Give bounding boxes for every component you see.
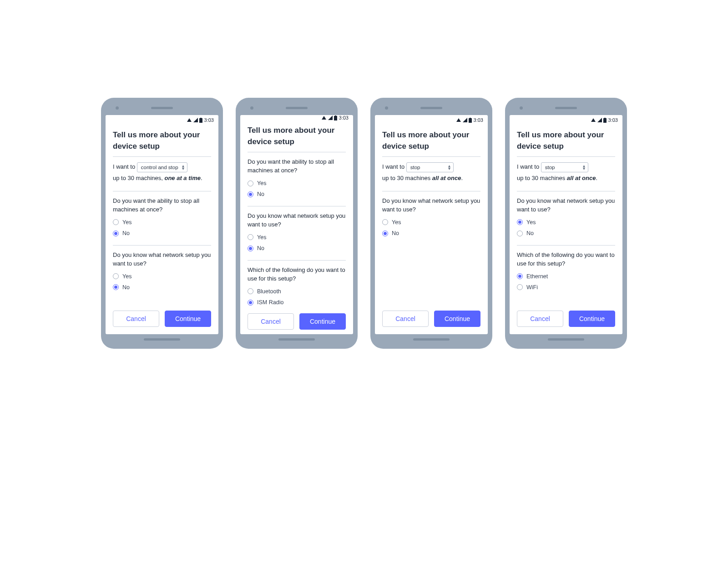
phone-bezel-top <box>240 102 353 115</box>
radio-icon <box>248 246 253 251</box>
radio-label: Bluetooth <box>257 287 281 296</box>
radio-option-wifi[interactable]: WiFi <box>517 283 615 291</box>
radio-option-ism[interactable]: ISM Radio <box>248 298 346 306</box>
screen: 3:03 Tell us more about your device setu… <box>240 115 353 334</box>
cancel-button[interactable]: Cancel <box>113 311 159 327</box>
continue-button[interactable]: Continue <box>434 311 480 327</box>
status-time: 3:03 <box>339 115 349 120</box>
radio-icon <box>248 300 253 306</box>
radio-label: Yes <box>122 272 131 281</box>
intent-sentence-line2: up to 30 machines, one at a time. <box>113 174 211 183</box>
action-select[interactable]: stop ▴▾ <box>406 162 454 172</box>
svg-rect-7 <box>604 118 606 119</box>
page-title: Tell us more about your device setup <box>248 125 346 147</box>
radio-option-yes[interactable]: Yes <box>113 218 211 226</box>
page-title: Tell us more about your device setup <box>113 130 211 152</box>
radio-option-no[interactable]: No <box>113 283 211 291</box>
radio-option-no[interactable]: No <box>248 190 346 198</box>
sentence-prefix: I want to <box>382 164 404 171</box>
action-row: Cancel Continue <box>382 305 480 334</box>
radio-icon <box>113 231 119 236</box>
wifi-icon <box>456 118 461 122</box>
svg-rect-0 <box>199 118 202 123</box>
phone-bezel-bottom <box>375 334 488 344</box>
signal-icon <box>463 118 467 122</box>
signal-icon <box>597 118 602 122</box>
phone-bezel-top <box>375 102 488 115</box>
radio-label: No <box>122 229 130 237</box>
phone-mock-2: 3:03 Tell us more about your device setu… <box>236 98 358 349</box>
status-icons <box>591 118 607 123</box>
cancel-button[interactable]: Cancel <box>517 311 563 327</box>
phone-mock-4: 3:03 Tell us more about your device setu… <box>505 98 627 349</box>
divider <box>382 191 480 191</box>
action-select[interactable]: stop ▴▾ <box>541 162 588 172</box>
radio-label: ISM Radio <box>257 298 283 306</box>
intent-sentence-line1: I want to control and stop ▴▾ <box>113 162 211 172</box>
radio-option-bluetooth[interactable]: Bluetooth <box>248 287 346 296</box>
speaker-slot <box>151 107 173 109</box>
divider <box>113 245 211 246</box>
status-bar: 3:03 <box>510 115 622 125</box>
radio-option-yes[interactable]: Yes <box>517 218 615 226</box>
status-time: 3:03 <box>204 117 214 123</box>
radio-label: No <box>257 244 264 252</box>
question-text: Do you know what network setup you want … <box>517 197 615 214</box>
radio-label: Yes <box>526 218 536 226</box>
select-value: stop <box>545 164 555 171</box>
screen: 3:03 Tell us more about your device setu… <box>106 115 218 334</box>
radio-icon <box>248 234 253 240</box>
phone-bezel-top <box>106 102 218 115</box>
radio-icon <box>517 231 523 236</box>
radio-option-no[interactable]: No <box>248 244 346 252</box>
svg-rect-6 <box>603 118 607 123</box>
status-bar: 3:03 <box>240 115 353 120</box>
cancel-button[interactable]: Cancel <box>248 313 294 330</box>
status-bar: 3:03 <box>375 115 488 125</box>
camera-dot <box>116 106 119 110</box>
svg-rect-1 <box>200 118 202 119</box>
intent-sentence-line2: up to 30 machines all at once. <box>517 174 615 183</box>
continue-button[interactable]: Continue <box>299 313 346 330</box>
radio-label: No <box>392 229 399 237</box>
screen: 3:03 Tell us more about your device setu… <box>510 115 622 334</box>
status-icons <box>456 118 472 123</box>
camera-dot <box>520 106 523 110</box>
intent-sentence-line1: I want to stop ▴▾ <box>517 162 615 172</box>
radio-option-yes[interactable]: Yes <box>248 179 346 187</box>
camera-dot <box>385 106 388 110</box>
radio-option-no[interactable]: No <box>517 229 615 237</box>
cancel-button[interactable]: Cancel <box>382 311 429 327</box>
phone-mock-3: 3:03 Tell us more about your device setu… <box>370 98 492 349</box>
intent-sentence-line1: I want to stop ▴▾ <box>382 162 480 172</box>
continue-button[interactable]: Continue <box>165 311 211 327</box>
signal-icon <box>193 118 198 122</box>
home-bar <box>144 338 180 341</box>
question-text: Do you know what network setup you want … <box>248 212 346 229</box>
continue-button[interactable]: Continue <box>569 311 615 327</box>
battery-icon <box>334 115 337 120</box>
radio-option-yes[interactable]: Yes <box>248 233 346 241</box>
radio-icon <box>248 181 253 186</box>
content-area: Tell us more about your device setup Do … <box>240 120 353 334</box>
phone-bezel-bottom <box>240 334 353 344</box>
radio-option-yes[interactable]: Yes <box>113 272 211 281</box>
radio-icon <box>113 273 119 279</box>
action-select[interactable]: control and stop ▴▾ <box>137 162 187 172</box>
radio-option-ethernet[interactable]: Ethernet <box>517 272 615 281</box>
wifi-icon <box>187 118 192 122</box>
speaker-slot <box>555 107 577 109</box>
signal-icon <box>328 115 333 120</box>
radio-icon <box>113 219 119 225</box>
radio-option-yes[interactable]: Yes <box>382 218 480 226</box>
radio-option-no[interactable]: No <box>113 229 211 237</box>
sentence-prefix: I want to <box>517 164 539 171</box>
radio-label: No <box>122 283 130 291</box>
radio-label: Yes <box>392 218 401 226</box>
radio-label: Yes <box>257 179 266 187</box>
radio-option-no[interactable]: No <box>382 229 480 237</box>
svg-rect-5 <box>470 118 471 119</box>
content-area: Tell us more about your device setup I w… <box>510 125 622 334</box>
divider <box>382 156 480 157</box>
status-time: 3:03 <box>474 117 483 123</box>
